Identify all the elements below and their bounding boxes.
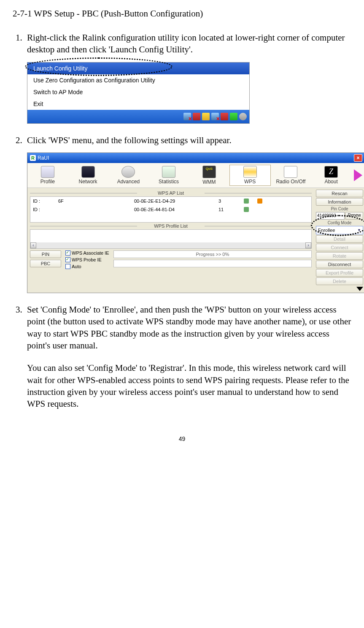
menu-item-zeroconfig[interactable]: Use Zero Configuration as Configuration … [27,74,249,86]
wps-icon [243,166,257,178]
auto-checkbox[interactable]: Auto [65,264,109,269]
about-icon: Z [324,166,338,178]
tab-label: Statistics [159,179,179,185]
chevron-down-icon: ▼ [357,227,361,233]
tab-label: Profile [40,179,55,185]
checkbox-label: Auto [72,264,81,269]
statistics-icon [162,166,175,178]
tab-profile[interactable]: Profile [27,165,68,185]
tray-volume-icon[interactable] [239,113,247,120]
ap-list[interactable]: ID : 6F 00-0E-2E-E1-D4-29 3 ID : 00-0E-2… [30,196,312,223]
app-icon: R [30,155,36,161]
section-title: 2-7-1 WPS Setup - PBC (Push-Button Confi… [13,8,351,19]
delete-button[interactable]: Delete [316,277,363,285]
ap-list-label: WPS AP List [30,190,312,196]
ap-id: ID : [33,198,50,204]
status-box [113,260,312,267]
menu-item-apmode[interactable]: Switch to AP Mode [27,86,249,98]
menu-item-exit[interactable]: Exit [27,98,249,110]
checkbox-icon [65,257,70,262]
select-value: Enrollee [318,227,335,233]
step-3-text-b: You can also set 'Config Mode' to 'Regis… [27,362,351,410]
chevron-down-icon [356,287,363,291]
ap-name: 6F [58,198,126,204]
tab-label: WMM [202,179,216,185]
checkbox-label: WPS Associate IE [72,250,109,256]
tab-advanced[interactable]: Advanced [108,165,149,185]
signal-icon [244,198,249,204]
profile-list-label: WPS Profile List [30,223,312,228]
tab-network[interactable]: Network [68,165,108,185]
wps-probe-checkbox[interactable]: WPS Probe IE [65,257,109,262]
step-3-text-a: Set 'Config Mode' to 'Enrollee', and the… [27,304,351,351]
progress-bar: Progress >> 0% [113,250,312,258]
tab-wmm[interactable]: QoSWMM [189,165,229,186]
ap-channel: 11 [218,207,235,212]
advanced-icon [121,166,135,178]
security-icon [257,198,262,204]
step-1-text: Right-click the Ralink configuration uti… [27,32,351,56]
taskbar [27,110,249,123]
export-profile-button[interactable]: Export Profile [316,269,363,277]
checkbox-label: WPS Probe IE [72,257,102,262]
tray-icon[interactable] [193,113,200,120]
disconnect-button[interactable]: Disconnect [316,261,363,268]
profile-list[interactable]: ‹ › [30,229,312,249]
tab-label: Network [79,179,97,185]
wmm-icon: QoS [202,166,216,178]
ap-row[interactable]: ID : 6F 00-0E-2E-E1-D4-29 3 [30,197,311,205]
tray-ralink-icon[interactable] [230,113,237,120]
tab-about[interactable]: ZAbout [311,165,351,185]
ap-channel: 3 [218,198,235,204]
radio-icon [284,166,297,178]
ap-id: ID : [33,207,50,212]
pin-button[interactable]: PIN [30,250,61,258]
horizontal-scrollbar[interactable]: ‹ › [30,242,311,248]
collapse-arrow[interactable] [27,287,364,293]
step-2: Click 'WPS' menu, and the following sett… [24,134,351,293]
ap-mac: 00-0E-2E-E1-D4-29 [134,198,210,204]
wps-associate-checkbox[interactable]: WPS Associate IE [65,250,109,256]
window-title: RaUI [38,155,49,161]
close-button[interactable]: × [354,154,362,162]
raui-window: R RaUI × Profile Network Advanced Statis… [27,152,364,293]
menu-item-launch[interactable]: Launch Config Utility [27,63,249,74]
signal-icon [244,207,249,212]
rotate-button[interactable]: Rotate [316,252,363,260]
config-mode-select[interactable]: Enrollee ▼ [316,226,363,234]
renew-button[interactable]: Renew [345,212,363,220]
profile-icon [41,166,54,178]
tab-label: About [324,179,337,185]
information-button[interactable]: Information [316,198,363,206]
tab-radio[interactable]: Radio On/Off [271,165,311,185]
pin-code-field[interactable]: 41489093 [316,212,345,220]
tab-label: Radio On/Off [276,179,305,185]
next-arrow-icon[interactable] [354,169,362,181]
tray-icon[interactable] [221,113,228,120]
tab-label: Advanced [117,179,140,185]
toolbar: Profile Network Advanced Statistics QoSW… [27,163,364,188]
detail-button[interactable]: Detail [316,235,363,243]
menu-label: Launch Config Utility [33,65,87,72]
tab-wps[interactable]: WPS [229,165,271,186]
pbc-button[interactable]: PBC [30,260,61,267]
config-mode-label: Config Mode [316,220,363,225]
connect-button[interactable]: Connect [316,244,363,251]
rescan-button[interactable]: Rescan [316,190,363,197]
scroll-left-button[interactable]: ‹ [30,242,36,248]
scroll-right-button[interactable]: › [305,242,311,248]
ap-row[interactable]: ID : 00-0E-2E-44-81-D4 11 [30,205,311,214]
tab-statistics[interactable]: Statistics [148,165,189,185]
step-3: Set 'Config Mode' to 'Enrollee', and the… [24,304,351,410]
step-2-text: Click 'WPS' menu, and the following sett… [27,134,351,146]
pin-code-label: Pin Code [316,207,363,211]
tray-icon[interactable] [202,113,210,120]
tray-network-icon[interactable] [211,113,219,120]
step-1: Right-click the Ralink configuration uti… [24,32,351,124]
tab-label: WPS [244,179,256,185]
checkbox-icon [65,264,70,269]
tray-network-icon[interactable] [183,113,191,120]
page-number: 49 [13,435,351,442]
titlebar: R RaUI × [27,153,364,163]
context-menu-screenshot: Launch Config Utility Use Zero Configura… [27,62,250,124]
